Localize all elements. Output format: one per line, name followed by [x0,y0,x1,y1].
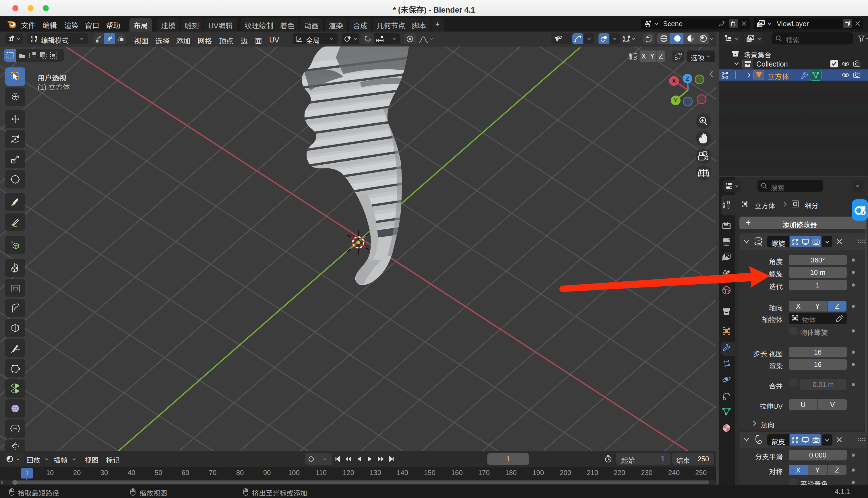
svg-text:Z: Z [686,76,689,82]
svg-text:X: X [672,78,676,84]
svg-text:Y: Y [674,97,678,104]
